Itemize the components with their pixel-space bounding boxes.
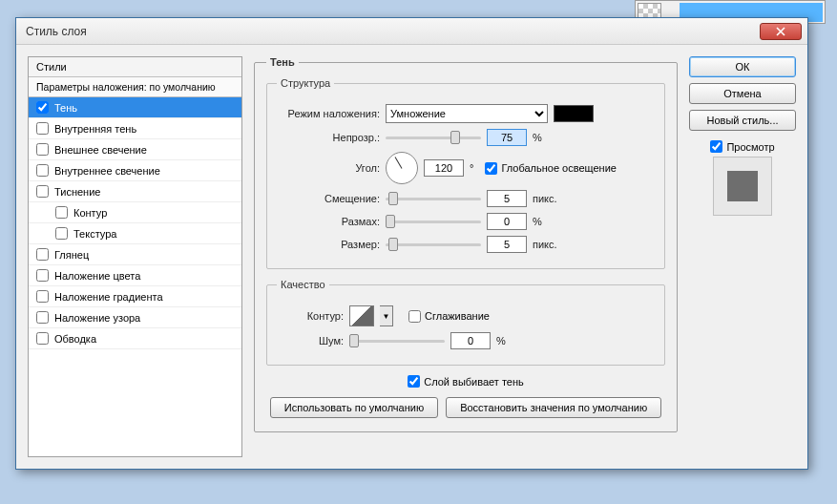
noise-slider[interactable] xyxy=(349,340,445,343)
quality-legend: Качество xyxy=(277,279,329,290)
layer-style-dialog: Стиль слоя Стили Параметры наложения: по… xyxy=(15,17,808,470)
style-item-label: Внешнее свечение xyxy=(54,144,147,156)
quality-group: Качество Контур: ▼ Сглаживание Шум: xyxy=(266,279,665,366)
global-light-label: Глобальное освещение xyxy=(501,162,617,174)
right-panel: ОК Отмена Новый стиль... Просмотр xyxy=(689,56,796,457)
style-checkbox[interactable] xyxy=(36,101,49,114)
style-item-label: Глянец xyxy=(54,249,89,261)
style-item-label: Внутреннее свечение xyxy=(54,165,160,177)
style-checkbox[interactable] xyxy=(36,311,49,324)
style-checkbox[interactable] xyxy=(36,248,49,261)
style-checkbox[interactable] xyxy=(55,206,68,219)
size-unit: пикс. xyxy=(533,239,575,250)
style-item-label: Наложение градиента xyxy=(54,291,163,303)
style-item[interactable]: Обводка xyxy=(29,328,241,349)
structure-group: Структура Режим наложения: Умножение Неп… xyxy=(266,77,665,269)
distance-slider[interactable] xyxy=(386,198,481,200)
close-icon xyxy=(776,27,785,36)
structure-legend: Структура xyxy=(277,77,334,89)
blend-mode-label: Режим наложения: xyxy=(277,108,380,119)
angle-label: Угол: xyxy=(277,162,380,174)
spread-unit: % xyxy=(533,216,575,227)
style-item-label: Контур xyxy=(73,207,107,219)
opacity-unit: % xyxy=(533,132,575,143)
group-legend: Тень xyxy=(266,56,299,68)
shadow-group: Тень Структура Режим наложения: Умножени… xyxy=(254,56,678,432)
distance-label: Смещение: xyxy=(277,193,380,204)
style-item[interactable]: Наложение цвета xyxy=(29,265,241,286)
style-checkbox[interactable] xyxy=(36,332,49,345)
angle-unit: ° xyxy=(470,162,473,174)
style-checkbox[interactable] xyxy=(36,290,49,303)
spread-input[interactable] xyxy=(487,213,527,230)
noise-label: Шум: xyxy=(277,335,344,346)
opacity-slider[interactable] xyxy=(386,136,481,139)
style-checkbox[interactable] xyxy=(36,122,49,135)
shadow-color-swatch[interactable] xyxy=(554,105,594,122)
blend-mode-select[interactable]: Умножение xyxy=(386,104,548,123)
distance-unit: пикс. xyxy=(533,193,575,204)
styles-list-panel: Стили Параметры наложения: по умолчанию … xyxy=(28,56,242,457)
size-label: Размер: xyxy=(277,239,380,250)
preview-swatch xyxy=(727,171,758,201)
style-item[interactable]: Тень xyxy=(29,97,241,118)
contour-label: Контур: xyxy=(277,310,344,322)
reset-default-button[interactable]: Восстановить значения по умолчанию xyxy=(446,397,661,418)
angle-input[interactable] xyxy=(424,159,464,177)
angle-dial[interactable] xyxy=(386,152,418,184)
noise-unit: % xyxy=(496,335,538,346)
size-slider[interactable] xyxy=(386,243,481,246)
style-item-label: Обводка xyxy=(54,333,96,345)
settings-panel: Тень Структура Режим наложения: Умножени… xyxy=(254,56,678,457)
style-item-label: Наложение узора xyxy=(54,312,140,324)
title: Стиль слоя xyxy=(26,25,760,38)
style-item[interactable]: Глянец xyxy=(29,244,241,265)
style-item-label: Тиснение xyxy=(54,186,100,198)
styles-header[interactable]: Стили xyxy=(29,57,241,77)
contour-picker[interactable] xyxy=(349,305,374,326)
preview-checkbox[interactable]: Просмотр xyxy=(710,140,774,153)
distance-input[interactable] xyxy=(487,190,527,207)
blending-options-header[interactable]: Параметры наложения: по умолчанию xyxy=(29,77,241,97)
preview-label: Просмотр xyxy=(726,141,774,153)
size-input[interactable] xyxy=(487,236,527,253)
spread-slider[interactable] xyxy=(386,220,481,223)
style-checkbox[interactable] xyxy=(36,143,49,156)
titlebar: Стиль слоя xyxy=(16,18,807,45)
global-light-checkbox[interactable]: Глобальное освещение xyxy=(485,162,617,175)
style-item[interactable]: Внешнее свечение xyxy=(29,139,241,160)
antialias-checkbox[interactable]: Сглаживание xyxy=(408,310,490,323)
style-item[interactable]: Тиснение xyxy=(29,181,241,202)
style-item[interactable]: Наложение узора xyxy=(29,307,241,328)
knockout-label: Слой выбивает тень xyxy=(424,376,524,388)
preview-box xyxy=(713,157,772,216)
opacity-label: Непрозр.: xyxy=(277,132,380,143)
opacity-input[interactable] xyxy=(487,129,527,146)
ok-button[interactable]: ОК xyxy=(689,56,796,77)
contour-dropdown[interactable]: ▼ xyxy=(380,305,393,326)
style-checkbox[interactable] xyxy=(36,185,49,198)
style-checkbox[interactable] xyxy=(36,269,49,282)
style-item-label: Внутренняя тень xyxy=(54,123,136,135)
style-item-label: Тень xyxy=(54,102,77,114)
style-checkbox[interactable] xyxy=(36,164,49,177)
cancel-button[interactable]: Отмена xyxy=(689,83,796,104)
new-style-button[interactable]: Новый стиль... xyxy=(689,110,796,131)
style-item-label: Наложение цвета xyxy=(54,270,140,282)
spread-label: Размах: xyxy=(277,216,380,227)
make-default-button[interactable]: Использовать по умолчанию xyxy=(270,397,438,418)
style-item-label: Текстура xyxy=(73,228,116,240)
style-item[interactable]: Текстура xyxy=(29,223,241,244)
style-item[interactable]: Внутреннее свечение xyxy=(29,160,241,181)
style-item[interactable]: Контур xyxy=(29,202,241,223)
antialias-label: Сглаживание xyxy=(425,310,490,322)
knockout-checkbox[interactable]: Слой выбивает тень xyxy=(408,375,524,388)
close-button[interactable] xyxy=(760,23,802,40)
noise-input[interactable] xyxy=(450,332,491,349)
style-checkbox[interactable] xyxy=(55,227,68,240)
style-item[interactable]: Внутренняя тень xyxy=(29,118,241,139)
style-item[interactable]: Наложение градиента xyxy=(29,286,241,307)
